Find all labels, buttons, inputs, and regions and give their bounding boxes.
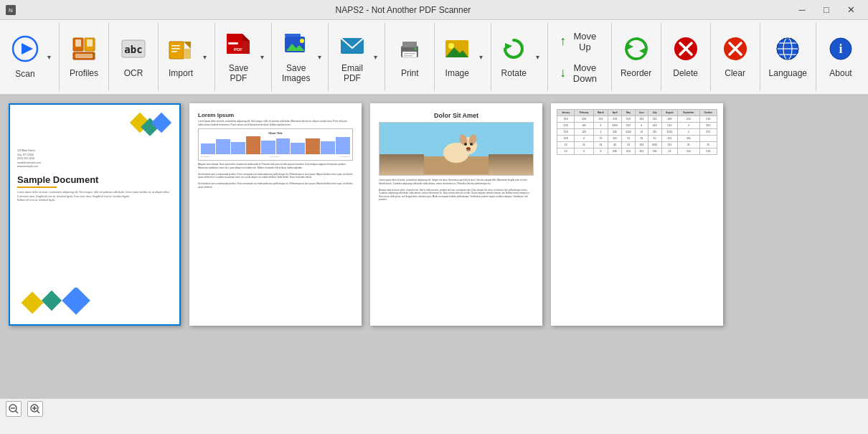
language-button[interactable]: Language <box>765 25 811 90</box>
about-button[interactable]: i About <box>821 25 861 90</box>
import-button[interactable]: Import <box>163 25 199 90</box>
save-pdf-label: Save PDF <box>222 63 255 84</box>
scan-group: Scan ▾ <box>3 23 60 91</box>
save-pdf-button[interactable]: PDF Save PDF <box>220 25 258 90</box>
language-icon <box>775 36 801 65</box>
scan-split-button[interactable]: Scan ▾ <box>7 25 55 90</box>
svg-rect-12 <box>169 42 184 59</box>
table-cell: 123 <box>557 136 575 142</box>
delete-icon <box>673 36 699 65</box>
table-cell: 213 <box>678 116 699 123</box>
table-cell: 123 <box>557 123 575 129</box>
table-cell: 3 <box>678 123 699 129</box>
table-cell: 21 <box>678 142 699 148</box>
svg-rect-32 <box>404 55 412 57</box>
move-up-button[interactable]: ↑ Move Up <box>555 28 603 55</box>
move-down-button[interactable]: ↓ Move Down <box>555 60 603 87</box>
image-button[interactable]: Image <box>439 25 475 90</box>
move-up-icon: ↑ <box>560 34 566 49</box>
rotate-icon <box>501 36 527 65</box>
svg-point-67 <box>470 143 473 146</box>
clear-button[interactable]: Clear <box>715 25 755 90</box>
ocr-button[interactable]: abc OCR <box>113 25 154 90</box>
save-images-button[interactable]: Save Images <box>276 25 316 90</box>
title-bar: N NAPS2 - Not Another PDF Scanner ─ □ ✕ <box>0 0 868 20</box>
reorder-icon <box>623 36 649 65</box>
image-dropdown-arrow[interactable]: ▾ <box>475 25 486 90</box>
scan-button[interactable]: Scan <box>7 25 43 90</box>
minimize-button[interactable]: ─ <box>791 2 813 18</box>
page-4-thumbnail[interactable]: January February March April May June Ju… <box>551 103 723 326</box>
table-cell: 125 <box>575 129 593 136</box>
table-cell: 13 <box>635 136 648 142</box>
status-bar <box>0 398 868 418</box>
save-pdf-split-button[interactable]: PDF Save PDF ▾ <box>220 25 267 90</box>
import-dropdown-arrow[interactable]: ▾ <box>199 25 210 90</box>
zoom-in-button[interactable] <box>27 401 43 417</box>
page-3-thumbnail[interactable]: Dolor Sit Amet <box>370 103 542 326</box>
svg-marker-3 <box>22 43 33 55</box>
table-cell: 4 <box>635 123 648 129</box>
image-split-button[interactable]: Image ▾ <box>439 25 486 90</box>
svg-line-73 <box>37 410 40 413</box>
svg-point-33 <box>415 47 417 49</box>
table-cell: 213 <box>635 116 648 123</box>
svg-rect-24 <box>285 34 301 37</box>
profiles-button[interactable]: Profiles <box>64 25 104 90</box>
clear-label: Clear <box>725 68 745 78</box>
rotate-group: Rotate ▾ <box>491 23 548 91</box>
import-group: Import ▾ <box>159 23 215 91</box>
about-icon: i <box>828 36 854 65</box>
save-images-dropdown-arrow[interactable]: ▾ <box>316 25 324 90</box>
reorder-button[interactable]: Reorder <box>616 25 656 90</box>
save-images-split-button[interactable]: Save Images ▾ <box>276 25 324 90</box>
email-pdf-button[interactable]: Email PDF <box>333 25 371 90</box>
page-1-thumbnail[interactable]: 123 Main Street City, ST 12345 (555) 555… <box>9 103 181 326</box>
table-cell: 13 <box>557 142 575 148</box>
table-cell: 213 <box>608 116 622 123</box>
table-cell: 213 <box>635 142 648 148</box>
delete-label: Delete <box>673 68 698 78</box>
table-cell: 311 <box>678 136 699 142</box>
scan-dropdown-arrow[interactable]: ▾ <box>43 25 55 90</box>
table-cell: 215 <box>648 129 661 136</box>
email-pdf-dropdown-arrow[interactable]: ▾ <box>372 25 381 90</box>
title-bar-controls: ─ □ ✕ <box>791 2 862 18</box>
table-cell: 13 <box>661 148 678 155</box>
rotate-split-button[interactable]: Rotate ▾ <box>496 25 543 90</box>
close-button[interactable]: ✕ <box>839 2 862 18</box>
delete-button[interactable]: Delete <box>666 25 706 90</box>
svg-rect-57 <box>21 291 43 313</box>
table-cell: 519 <box>699 148 717 155</box>
import-split-button[interactable]: Import ▾ <box>163 25 210 90</box>
svg-text:PDF: PDF <box>234 47 242 52</box>
email-pdf-split-button[interactable]: Email PDF ▾ <box>333 25 380 90</box>
page-2-content: Lorem Ipsum Lorem ipsum dolor sit amet, … <box>191 105 360 324</box>
print-button[interactable]: Print <box>390 25 430 90</box>
svg-marker-37 <box>505 43 512 50</box>
table-cell: 521 <box>622 123 636 129</box>
table-cell: 1 <box>593 129 608 136</box>
table-cell: 2 <box>678 129 699 136</box>
table-cell <box>699 136 717 142</box>
svg-rect-20 <box>242 41 250 54</box>
import-label: Import <box>169 68 193 78</box>
about-group: i About <box>816 23 865 91</box>
rotate-button[interactable]: Rotate <box>496 25 532 90</box>
email-pdf-icon <box>339 31 365 60</box>
page-2-thumbnail[interactable]: Lorem Ipsum Lorem ipsum dolor sit amet, … <box>189 103 362 326</box>
svg-point-66 <box>464 143 467 146</box>
svg-text:abc: abc <box>124 44 142 55</box>
svg-marker-19 <box>242 34 250 41</box>
import-icon <box>168 36 194 65</box>
save-images-icon <box>283 31 309 60</box>
svg-text:N: N <box>9 7 13 14</box>
table-cell: 24 <box>593 142 608 148</box>
table-cell: 214 <box>699 116 717 123</box>
table-cell: 512 <box>661 123 678 129</box>
maximize-button[interactable]: □ <box>815 2 838 18</box>
rotate-dropdown-arrow[interactable]: ▾ <box>532 25 543 90</box>
zoom-out-button[interactable] <box>6 401 22 417</box>
svg-rect-15 <box>171 45 180 47</box>
save-pdf-dropdown-arrow[interactable]: ▾ <box>258 25 267 90</box>
